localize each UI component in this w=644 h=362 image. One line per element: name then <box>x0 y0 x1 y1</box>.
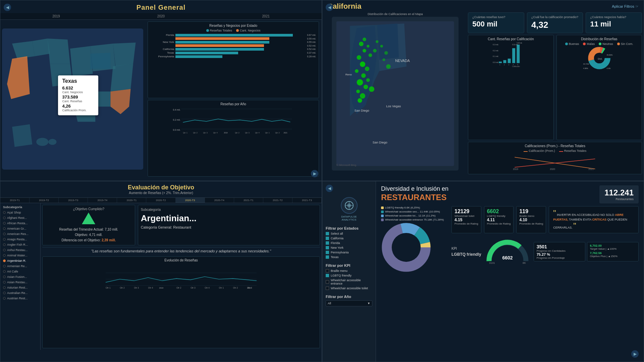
diversity-header: Diversidad e Inclusión en RESTAURANTES 1… <box>381 185 639 203</box>
tl-2020t3[interactable]: 2020-T3 <box>176 198 205 203</box>
tl-2020t2[interactable]: 2020-T2 <box>146 198 175 203</box>
subcat-acai[interactable]: Açaí Shop <box>0 210 40 215</box>
diversity-donut <box>381 222 431 273</box>
nav-right-arrow[interactable]: ▶ <box>311 170 318 177</box>
svg-point-54 <box>369 53 372 57</box>
bar-texas: Texas 0.37 mil. <box>151 51 316 54</box>
svg-point-51 <box>358 98 362 103</box>
svg-text:0.0 mil.: 0.0 mil. <box>493 61 499 63</box>
gauge-svg: 6602 3101 8K <box>484 238 531 264</box>
subcat-display-name: Argentinian... <box>141 213 317 224</box>
diversity-panel: Diversidad e Inclusión en RESTAURANTES 1… <box>376 181 644 362</box>
svg-point-62 <box>382 58 385 61</box>
distribucion-pie: Dist. 44.73% 45.89% 4.98% 4.4% <box>559 47 639 70</box>
svg-point-53 <box>367 45 369 48</box>
filter-wheelchair-toilet[interactable]: Wheelchair accessible toilet <box>326 287 372 290</box>
svg-text:3101: 3101 <box>489 261 495 264</box>
ca-nav-left[interactable]: ◀ <box>326 4 333 11</box>
tl-2021t1[interactable]: 2021-T1 <box>234 198 263 203</box>
svg-marker-40 <box>377 23 399 60</box>
subcat-anhui[interactable]: Anhui Restau... <box>0 247 40 253</box>
subcat-anago[interactable]: Anago Resta... <box>0 237 40 242</box>
svg-text:0.4 mil.: 0.4 mil. <box>173 109 181 111</box>
svg-text:San Diego: San Diego <box>373 140 387 144</box>
svg-rect-76 <box>508 59 511 63</box>
filter-kpi-section: Filtrar por KPI Braille menu LGBTQ frien… <box>326 263 372 291</box>
filter-texas[interactable]: Texas <box>326 255 372 259</box>
filter-all[interactable]: Select all <box>326 232 372 235</box>
logo-sub: ANALYTICS <box>326 218 372 221</box>
tl-2020t1[interactable]: 2020-T1 <box>117 198 146 203</box>
svg-marker-2 <box>32 39 50 56</box>
filter-lgbtq[interactable]: LGBTQ friendly <box>326 274 372 277</box>
chart1-legend: Reseñas Totales Cant. Negocios <box>151 29 316 32</box>
svg-text:Qtr 3: Qtr 3 <box>203 132 208 134</box>
subcat-argentinian[interactable]: Argentinian R. <box>0 258 40 263</box>
filter-pennsylvania[interactable]: Pennsylvania <box>326 251 372 254</box>
filter-newyork[interactable]: New York <box>326 246 372 249</box>
svg-point-63 <box>386 64 390 69</box>
subcat-afghani[interactable]: Afghani Rest... <box>0 215 40 221</box>
svg-text:© Microsoft Bing: © Microsoft Bing <box>336 164 356 167</box>
subcat-artcafe[interactable]: Art Cafe <box>0 269 40 274</box>
filter-florida[interactable]: Florida <box>326 241 372 245</box>
subcat-african[interactable]: African Resta... <box>0 221 40 226</box>
resenas-lbl: Cant. Reseñas <box>62 100 94 103</box>
bar-florida: Florida 0.67 mil. <box>151 34 316 37</box>
calif-label: ¿Cuál fue la calificación promedio? <box>531 15 579 19</box>
filter-logo: DATAPULSE ANALYTICS <box>326 197 372 221</box>
tl-2019t1[interactable]: 2019-T1 <box>0 198 30 203</box>
svg-text:Qtr 2: Qtr 2 <box>176 287 181 289</box>
subcat-animal[interactable]: Animal Water... <box>0 253 40 258</box>
eval-subtitle: Aumento de Reseñas (+ 2%. Trim.Anterior) <box>3 191 319 195</box>
svg-point-46 <box>361 73 366 78</box>
svg-rect-74 <box>499 62 502 63</box>
chart-resenas-anyo: Reseñas por Año 0.4 mil. 0.2 mil. 0.0 mi… <box>148 100 319 177</box>
subcat-australian[interactable]: Australian Re... <box>0 290 40 296</box>
tl-2019t3[interactable]: 2019-T3 <box>59 198 88 203</box>
filter-california[interactable]: California <box>326 237 372 240</box>
filter-wheelchair-ent[interactable]: Wheelchair accessible entrance <box>326 279 372 285</box>
subcat-asturian[interactable]: Asturian Rest... <box>0 285 40 290</box>
map-section: Texas 6.632 Cant. Negocios 373.589 Cant.… <box>0 20 145 178</box>
tl-2019t2[interactable]: 2019-T2 <box>30 198 59 203</box>
subcat-amre[interactable]: American Res... <box>0 231 40 237</box>
subcat-austrian[interactable]: Austrian Rest... <box>0 296 40 301</box>
filter-braille[interactable]: Braille menu <box>326 269 372 273</box>
line-legend: Calificación (Prom.) Reseñas Totales <box>471 149 639 153</box>
filter-nav-left[interactable]: ◀ <box>326 185 333 192</box>
tl-2021t3[interactable]: 2021-T3 <box>292 198 322 203</box>
subcat-amgr[interactable]: American Gr... <box>0 226 40 231</box>
filter-panel: ◀ DATAPULSE ANALYTICS Filtrar por Estado… <box>322 181 376 362</box>
svg-text:44.73%: 44.73% <box>583 63 589 65</box>
eval-top-row: ¿Objetivo Cumplido? Reseñas del Trimestr… <box>42 205 320 245</box>
subcat-angler[interactable]: Angler Fish R... <box>0 242 40 247</box>
tl-2021t2[interactable]: 2021-T2 <box>263 198 292 203</box>
apply-filters-btn[interactable]: Aplicar Filtros ☞ <box>612 4 639 9</box>
subcat-asianrest[interactable]: Asian Restau... <box>0 280 40 285</box>
resenas-val: 373.589 <box>62 95 94 100</box>
subcat-asianfusion[interactable]: Asian Fusion... <box>0 274 40 280</box>
svg-text:2021: 2021 <box>284 132 287 134</box>
svg-text:4.98%: 4.98% <box>583 67 588 69</box>
ca-line-chart: Calificaciones (Prom.) - Reseñas Totales… <box>468 142 642 174</box>
subcat-armenian[interactable]: Armenian Re... <box>0 263 40 269</box>
diversity-title-line1: Diversidad e Inclusión en <box>381 185 448 193</box>
svg-point-45 <box>355 69 359 73</box>
panel-general-content: Texas 6.632 Cant. Negocios 373.589 Cant.… <box>0 20 322 178</box>
year-select[interactable]: All ▼ <box>326 300 372 306</box>
svg-point-60 <box>380 45 383 48</box>
svg-text:Qtr 4: Qtr 4 <box>213 132 218 134</box>
nav-left-arrow[interactable]: ◀ <box>4 4 11 11</box>
svg-point-17 <box>48 139 56 145</box>
svg-point-16 <box>36 138 48 146</box>
svg-text:Qtr 3: Qtr 3 <box>245 132 250 134</box>
ca-top-stats: ¿Cuántas reseñas tuvo? 500 mil ¿Cuál fue… <box>468 12 642 33</box>
tl-2020t4[interactable]: 2020-T4 <box>205 198 234 203</box>
diversity-nav-right[interactable]: ▶ <box>631 350 639 358</box>
svg-rect-78 <box>517 45 520 63</box>
diversity-title-highlight: RESTAURANTES <box>381 193 448 202</box>
tl-2019t4[interactable]: 2019-T4 <box>88 198 117 203</box>
svg-text:Qtr 2: Qtr 2 <box>193 132 198 134</box>
stat-resenas: ¿Cuántas reseñas tuvo? 500 mil <box>468 12 524 33</box>
